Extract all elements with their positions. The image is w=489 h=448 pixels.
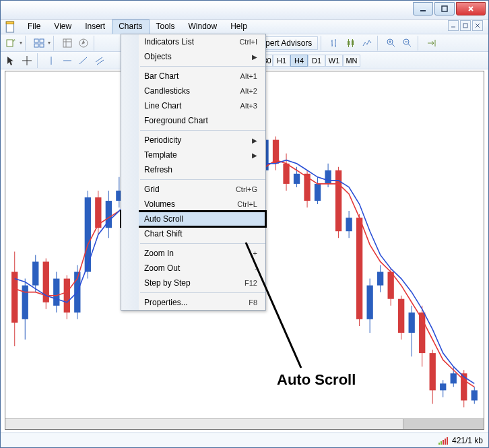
svg-rect-99 bbox=[325, 170, 331, 184]
svg-rect-97 bbox=[315, 184, 321, 201]
menu-item-shortcut: Alt+1 bbox=[240, 72, 261, 80]
svg-rect-121 bbox=[440, 383, 446, 390]
menu-item-objects[interactable]: Objects▶ bbox=[121, 49, 265, 64]
zoom-in-button[interactable] bbox=[384, 36, 399, 51]
svg-line-28 bbox=[408, 44, 411, 46]
menu-item-chart-shift[interactable]: Chart Shift bbox=[121, 226, 265, 241]
channel-button[interactable] bbox=[92, 53, 107, 68]
menu-item-auto-scroll[interactable]: Auto Scroll bbox=[121, 212, 265, 226]
menu-item-grid[interactable]: GridCtrl+G bbox=[121, 182, 265, 197]
svg-rect-13 bbox=[34, 44, 38, 47]
svg-rect-101 bbox=[335, 170, 341, 231]
menu-item-label: Zoom In bbox=[139, 249, 253, 258]
timeframe-h1[interactable]: H1 bbox=[273, 55, 290, 67]
menu-item-label: Zoom Out bbox=[139, 263, 255, 273]
svg-rect-5 bbox=[6, 22, 13, 24]
submenu-arrow-icon: ▶ bbox=[252, 137, 261, 144]
annotation-label: Auto Scroll bbox=[277, 371, 356, 389]
cursor-button[interactable] bbox=[3, 53, 18, 68]
menubar: FileViewInsertChartsToolsWindowHelp bbox=[1, 20, 488, 34]
svg-line-143 bbox=[246, 243, 301, 368]
svg-rect-15 bbox=[63, 39, 71, 47]
menu-insert[interactable]: Insert bbox=[78, 20, 112, 34]
timeframe-h4[interactable]: H4 bbox=[290, 55, 308, 67]
minimize-button[interactable] bbox=[413, 2, 433, 15]
zoom-out-button[interactable] bbox=[400, 36, 415, 51]
market-watch-button[interactable] bbox=[60, 36, 75, 51]
line-chart-button[interactable] bbox=[360, 36, 374, 51]
menu-item-foreground-chart[interactable]: Foreground Chart bbox=[121, 113, 265, 128]
auto-scroll-button[interactable] bbox=[424, 36, 439, 51]
menu-item-label: Volumes bbox=[139, 199, 237, 209]
candle-chart-button[interactable] bbox=[344, 36, 358, 51]
menu-file[interactable]: File bbox=[21, 20, 47, 34]
menu-item-label: Line Chart bbox=[139, 101, 240, 110]
annotation-line bbox=[243, 240, 304, 371]
menu-item-bar-chart[interactable]: Bar ChartAlt+1 bbox=[121, 69, 265, 84]
menu-item-volumes[interactable]: VolumesCtrl+L bbox=[121, 197, 265, 212]
menu-item-label: Grid bbox=[139, 185, 236, 194]
close-button[interactable] bbox=[456, 2, 486, 15]
svg-rect-111 bbox=[388, 272, 394, 299]
crosshair-button[interactable] bbox=[20, 53, 34, 68]
mdi-minimize-button[interactable] bbox=[448, 20, 459, 31]
timeframe-mn[interactable]: MN bbox=[343, 55, 360, 67]
menu-help[interactable]: Help bbox=[224, 20, 254, 34]
titlebar bbox=[1, 1, 488, 20]
svg-line-35 bbox=[79, 57, 87, 64]
menu-item-label: Auto Scroll bbox=[139, 214, 261, 224]
svg-rect-7 bbox=[463, 24, 467, 28]
menu-item-label: Refresh bbox=[139, 165, 261, 174]
svg-rect-115 bbox=[409, 313, 415, 333]
app-window: FileViewInsertChartsToolsWindowHelp ▾ ▾ … bbox=[0, 0, 489, 448]
submenu-arrow-icon: ▶ bbox=[252, 53, 261, 61]
menu-item-shortcut: Ctrl+G bbox=[236, 185, 261, 193]
svg-rect-11 bbox=[34, 39, 38, 42]
app-icon bbox=[5, 21, 17, 33]
menu-charts[interactable]: Charts bbox=[112, 20, 149, 34]
svg-rect-113 bbox=[398, 299, 404, 333]
svg-rect-47 bbox=[53, 279, 59, 306]
new-chart-button[interactable] bbox=[3, 36, 18, 51]
svg-rect-127 bbox=[471, 390, 478, 400]
menu-item-line-chart[interactable]: Line ChartAlt+3 bbox=[121, 98, 265, 113]
vertical-line-button[interactable] bbox=[44, 53, 59, 68]
menu-item-indicators-list[interactable]: Indicators ListCtrl+I bbox=[121, 34, 265, 49]
svg-rect-123 bbox=[451, 373, 457, 383]
menu-view[interactable]: View bbox=[47, 20, 78, 34]
mdi-close-button[interactable] bbox=[472, 20, 483, 31]
connection-status: 421/1 kb bbox=[452, 436, 483, 445]
svg-rect-105 bbox=[356, 218, 362, 319]
menu-item-template[interactable]: Template▶ bbox=[121, 148, 265, 162]
menu-item-label: Step by Step bbox=[139, 278, 244, 288]
chart-scrollbar[interactable] bbox=[5, 418, 484, 429]
connection-bars-icon bbox=[438, 437, 448, 445]
menu-window[interactable]: Window bbox=[182, 20, 224, 34]
trendline-button[interactable] bbox=[76, 53, 91, 68]
horizontal-line-button[interactable] bbox=[60, 53, 75, 68]
timeframe-d1[interactable]: D1 bbox=[308, 55, 325, 67]
menu-item-shortcut: Ctrl+I bbox=[239, 38, 261, 46]
menu-item-label: Foreground Chart bbox=[139, 116, 261, 125]
menu-item-shortcut: Ctrl+L bbox=[237, 200, 261, 208]
statusbar: 421/1 kb bbox=[1, 433, 488, 447]
timeframe-w1[interactable]: W1 bbox=[325, 55, 343, 67]
profiles-button[interactable] bbox=[32, 36, 46, 51]
svg-rect-91 bbox=[283, 164, 289, 184]
mdi-restore-button[interactable] bbox=[460, 20, 471, 31]
menu-item-periodicity[interactable]: Periodicity▶ bbox=[121, 133, 265, 148]
svg-rect-95 bbox=[304, 174, 310, 201]
svg-rect-93 bbox=[294, 174, 300, 184]
menu-item-label: Candlesticks bbox=[139, 86, 240, 96]
menu-item-refresh[interactable]: Refresh bbox=[121, 162, 265, 177]
navigator-button[interactable] bbox=[76, 36, 91, 51]
menu-item-shortcut: Alt+3 bbox=[240, 102, 261, 110]
menu-item-label: Indicators List bbox=[139, 37, 239, 46]
maximize-button[interactable] bbox=[434, 2, 455, 15]
svg-line-24 bbox=[392, 44, 395, 46]
menu-tools[interactable]: Tools bbox=[150, 20, 182, 34]
menu-item-candlesticks[interactable]: CandlesticksAlt+2 bbox=[121, 84, 265, 98]
bar-chart-button[interactable] bbox=[327, 36, 342, 51]
svg-rect-12 bbox=[40, 39, 44, 42]
submenu-arrow-icon: ▶ bbox=[252, 152, 261, 159]
